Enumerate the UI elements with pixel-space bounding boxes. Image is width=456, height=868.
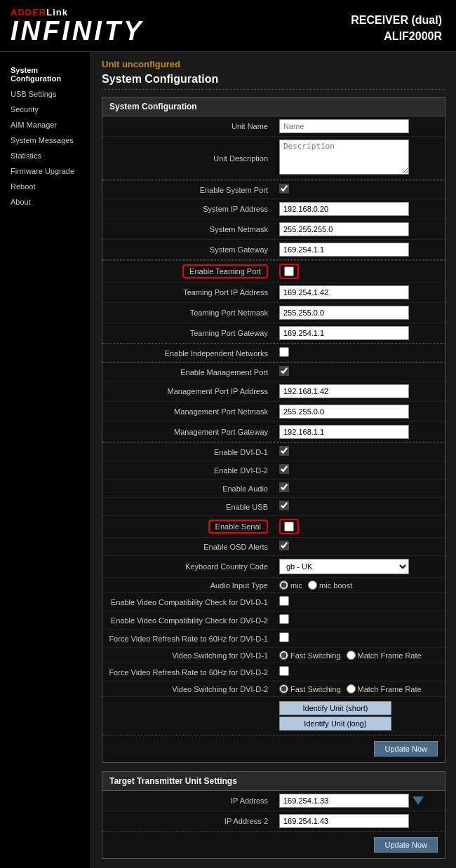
serial-checkbox-highlight: [279, 519, 299, 534]
teaming-ip-row: Teaming Port IP Address: [102, 283, 445, 303]
enable-dvid1-checkbox[interactable]: [279, 446, 289, 456]
sidebar-item-aim-manager[interactable]: AIM Manager: [0, 117, 90, 133]
teaming-netmask-input[interactable]: [279, 306, 409, 320]
enable-usb-checkbox[interactable]: [279, 501, 289, 510]
audio-mic-label: mic: [290, 581, 302, 590]
audio-mic-boost-radio[interactable]: [308, 581, 317, 590]
sidebar-item-about[interactable]: About: [0, 194, 90, 210]
mgmt-netmask-label: Management Port Netmask: [102, 402, 274, 422]
unit-name-value: [274, 116, 445, 137]
enable-independent-row: Enable Independent Networks: [102, 344, 445, 362]
enable-usb-value: [274, 498, 445, 516]
system-gateway-label: System Gateway: [102, 240, 274, 260]
sidebar-item-firmware-upgrade[interactable]: Firmware Upgrade: [0, 163, 90, 179]
mgmt-ip-input[interactable]: [279, 384, 409, 398]
force-refresh-dvid1-label: Force Video Refresh Rate to 60Hz for DVI…: [102, 630, 274, 648]
enable-usb-row: Enable USB: [102, 498, 445, 516]
mgmt-gateway-value: [274, 422, 445, 442]
enable-audio-row: Enable Audio: [102, 480, 445, 498]
identify-short-button[interactable]: Identify Unit (short): [279, 701, 391, 715]
update-btn-row-2: Update Now: [102, 831, 445, 858]
sidebar-item-usb-settings[interactable]: USB Settings: [0, 86, 90, 102]
fast-switching-dvid1-option[interactable]: Fast Switching: [279, 651, 341, 660]
teaming-gateway-input[interactable]: [279, 326, 409, 340]
match-frame-dvid1-label: Match Frame Rate: [358, 651, 422, 660]
match-frame-dvid2-radio[interactable]: [347, 684, 356, 693]
force-refresh-dvid2-checkbox[interactable]: [279, 666, 289, 676]
enable-independent-checkbox[interactable]: [279, 347, 289, 357]
update-now-button-1[interactable]: Update Now: [374, 741, 438, 757]
section1-header: System Configuration: [102, 97, 445, 116]
system-gateway-input[interactable]: [279, 243, 409, 257]
audio-mic-boost-option[interactable]: mic boost: [308, 581, 352, 590]
enable-serial-value: [274, 516, 445, 538]
enable-system-port-checkbox[interactable]: [279, 184, 289, 194]
mgmt-netmask-input[interactable]: [279, 405, 409, 419]
fast-switching-dvid1-radio[interactable]: [279, 651, 288, 660]
enable-serial-checkbox[interactable]: [284, 522, 294, 531]
audio-input-row: Audio Input Type mic mic boost: [102, 578, 445, 593]
enable-dvid2-row: Enable DVI-D-2: [102, 461, 445, 480]
match-frame-dvid2-option[interactable]: Match Frame Rate: [347, 684, 422, 693]
sidebar-item-system-messages[interactable]: System Messages: [0, 133, 90, 148]
identify-long-button[interactable]: Identify Unit (long): [279, 717, 391, 731]
logo-area: ADDERLink INFINITY: [11, 7, 144, 44]
keyboard-country-select[interactable]: gb - UK: [279, 559, 409, 574]
enable-audio-checkbox[interactable]: [279, 482, 289, 492]
mgmt-ip-label: Management Port IP Address: [102, 381, 274, 402]
match-frame-dvid1-radio[interactable]: [347, 651, 356, 660]
sidebar-item-security[interactable]: Security: [0, 102, 90, 117]
force-refresh-dvid2-row: Force Video Refresh Rate to 60Hz for DVI…: [102, 663, 445, 681]
video-compat-dvid1-value: [274, 593, 445, 611]
enable-dvid2-checkbox[interactable]: [279, 464, 289, 474]
enable-mgmt-port-checkbox[interactable]: [279, 366, 289, 376]
enable-teaming-port-checkbox[interactable]: [284, 266, 294, 276]
video-compat-dvid2-label: Enable Video Compatibility Check for DVI…: [102, 611, 274, 630]
system-ip-row: System IP Address: [102, 199, 445, 219]
enable-dvid1-label: Enable DVI-D-1: [102, 443, 274, 461]
teaming-ip-input[interactable]: [279, 285, 409, 299]
enable-mgmt-port-row: Enable Management Port: [102, 363, 445, 381]
match-frame-dvid2-label: Match Frame Rate: [358, 685, 422, 693]
fast-switching-dvid2-option[interactable]: Fast Switching: [279, 684, 341, 693]
ip-dropdown-arrow[interactable]: [413, 796, 424, 805]
system-ip-input[interactable]: [279, 202, 409, 216]
identify-buttons-row: Identify Unit (short) Identify Unit (lon…: [102, 697, 445, 735]
system-ip-label: System IP Address: [102, 199, 274, 219]
device-line1: RECEIVER (dual): [351, 13, 442, 28]
force-refresh-dvid2-value: [274, 663, 445, 681]
target-ip2-input[interactable]: [279, 814, 409, 828]
mgmt-gateway-input[interactable]: [279, 425, 409, 439]
audio-mic-option[interactable]: mic: [279, 581, 302, 590]
update-now-button-2[interactable]: Update Now: [374, 837, 438, 853]
match-frame-dvid1-option[interactable]: Match Frame Rate: [347, 651, 422, 660]
video-compat-dvid2-row: Enable Video Compatibility Check for DVI…: [102, 611, 445, 630]
enable-osd-row: Enable OSD Alerts: [102, 538, 445, 556]
sidebar-item-reboot[interactable]: Reboot: [0, 179, 90, 194]
force-refresh-dvid1-checkbox[interactable]: [279, 632, 289, 642]
teaming-ip-label: Teaming Port IP Address: [102, 283, 274, 303]
sidebar: System Configuration USB Settings Securi…: [0, 52, 91, 868]
audio-mic-radio[interactable]: [279, 581, 288, 590]
video-compat-dvid2-checkbox[interactable]: [279, 614, 289, 624]
video-compat-dvid1-checkbox[interactable]: [279, 596, 289, 606]
fast-switching-dvid2-radio[interactable]: [279, 684, 288, 693]
sidebar-item-system-configuration[interactable]: System Configuration: [0, 62, 90, 86]
mgmt-ip-value: [274, 381, 445, 402]
video-switching-dvid1-group: Fast Switching Match Frame Rate: [279, 651, 439, 660]
system-config-section: System Configuration Unit Name Unit Desc…: [102, 97, 445, 763]
enable-osd-checkbox[interactable]: [279, 541, 289, 550]
audio-input-value: mic mic boost: [274, 578, 445, 593]
unit-desc-input[interactable]: [279, 140, 409, 175]
system-netmask-input[interactable]: [279, 222, 409, 236]
mgmt-ip-row: Management Port IP Address: [102, 381, 445, 402]
teaming-gateway-row: Teaming Port Gateway: [102, 323, 445, 344]
sidebar-item-statistics[interactable]: Statistics: [0, 148, 90, 163]
system-ip-value: [274, 199, 445, 219]
unit-name-input[interactable]: [279, 119, 409, 133]
target-ip-input[interactable]: [279, 794, 409, 808]
teaming-netmask-row: Teaming Port Netmask: [102, 303, 445, 323]
fast-switching-dvid1-label: Fast Switching: [290, 651, 341, 660]
enable-audio-label: Enable Audio: [102, 480, 274, 498]
device-line2: ALIF2000R: [351, 29, 442, 44]
